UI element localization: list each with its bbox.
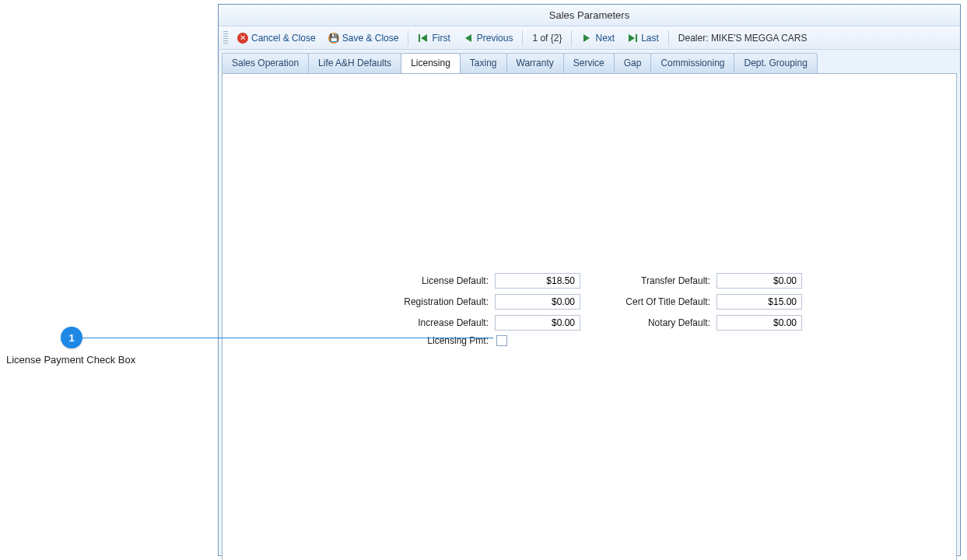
tab-commissioning[interactable]: Commissioning <box>650 53 734 73</box>
toolbar-separator <box>522 30 523 46</box>
record-position: 1 of {2} <box>526 30 568 46</box>
svg-marker-1 <box>421 34 427 42</box>
first-icon <box>418 33 429 43</box>
tab-licensing[interactable]: Licensing <box>401 53 461 73</box>
save-icon: 💾 <box>328 33 339 44</box>
dealer-label: Dealer: MIKE'S MEGGA CARS <box>672 30 814 46</box>
callout-text: License Payment Check Box <box>6 354 135 366</box>
tab-content-licensing: License Default: Registration Default: I… <box>222 73 957 560</box>
svg-rect-0 <box>419 34 420 42</box>
last-icon <box>627 33 638 43</box>
first-button[interactable]: First <box>412 30 456 46</box>
license-default-label: License Default: <box>378 275 495 286</box>
registration-default-label: Registration Default: <box>378 296 495 307</box>
tab-service[interactable]: Service <box>563 53 615 73</box>
last-label: Last <box>641 33 659 44</box>
tab-sales-operation[interactable]: Sales Operation <box>222 53 309 73</box>
cancel-close-label: Cancel & Close <box>251 33 316 44</box>
tab-gap[interactable]: Gap <box>614 53 652 73</box>
cancel-icon: ✕ <box>237 33 248 44</box>
svg-rect-5 <box>636 34 637 42</box>
transfer-default-label: Transfer Default: <box>600 275 716 286</box>
toolbar-grip <box>223 31 228 45</box>
sales-parameters-window: Sales Parameters ✕ Cancel & Close 💾 Save… <box>218 4 961 556</box>
svg-marker-3 <box>583 34 590 42</box>
tab-warranty[interactable]: Warranty <box>506 53 564 73</box>
previous-label: Previous <box>477 33 513 44</box>
callout-line <box>82 338 493 338</box>
callout-number: 1 <box>68 332 74 344</box>
cert-title-default-input[interactable] <box>716 294 802 310</box>
licensing-pmt-checkbox[interactable] <box>496 335 507 346</box>
toolbar-separator <box>408 30 408 46</box>
cancel-close-button[interactable]: ✕ Cancel & Close <box>231 30 322 46</box>
form-column-right: Transfer Default: Cert Of Title Default:… <box>600 273 802 331</box>
window-titlebar: Sales Parameters <box>219 5 960 26</box>
save-close-label: Save & Close <box>342 33 399 44</box>
tabstrip: Sales Operation Life A&H Defaults Licens… <box>219 50 960 73</box>
next-label: Next <box>595 33 615 44</box>
transfer-default-input[interactable] <box>716 273 802 289</box>
previous-icon <box>463 33 474 43</box>
svg-marker-4 <box>629 34 635 42</box>
next-icon <box>581 33 592 43</box>
notary-default-input[interactable] <box>716 315 802 331</box>
toolbar: ✕ Cancel & Close 💾 Save & Close First Pr… <box>219 26 960 50</box>
increase-default-input[interactable] <box>495 315 580 331</box>
cert-title-default-label: Cert Of Title Default: <box>600 296 716 307</box>
tab-taxing[interactable]: Taxing <box>460 53 507 73</box>
tab-dept-grouping[interactable]: Dept. Grouping <box>734 53 817 73</box>
last-button[interactable]: Last <box>621 30 665 46</box>
registration-default-input[interactable] <box>495 294 580 310</box>
callout-badge: 1 <box>61 327 82 348</box>
toolbar-separator <box>668 30 669 46</box>
svg-marker-2 <box>465 34 471 42</box>
form-column-left: License Default: Registration Default: I… <box>378 273 580 331</box>
save-close-button[interactable]: 💾 Save & Close <box>322 30 405 46</box>
notary-default-label: Notary Default: <box>600 317 716 328</box>
window-title: Sales Parameters <box>549 9 629 21</box>
next-button[interactable]: Next <box>575 30 621 46</box>
increase-default-label: Increase Default: <box>378 317 495 328</box>
tab-life-ah-defaults[interactable]: Life A&H Defaults <box>308 53 401 73</box>
previous-button[interactable]: Previous <box>457 30 520 46</box>
first-label: First <box>432 33 450 44</box>
toolbar-separator <box>571 30 572 46</box>
license-default-input[interactable] <box>495 273 580 289</box>
